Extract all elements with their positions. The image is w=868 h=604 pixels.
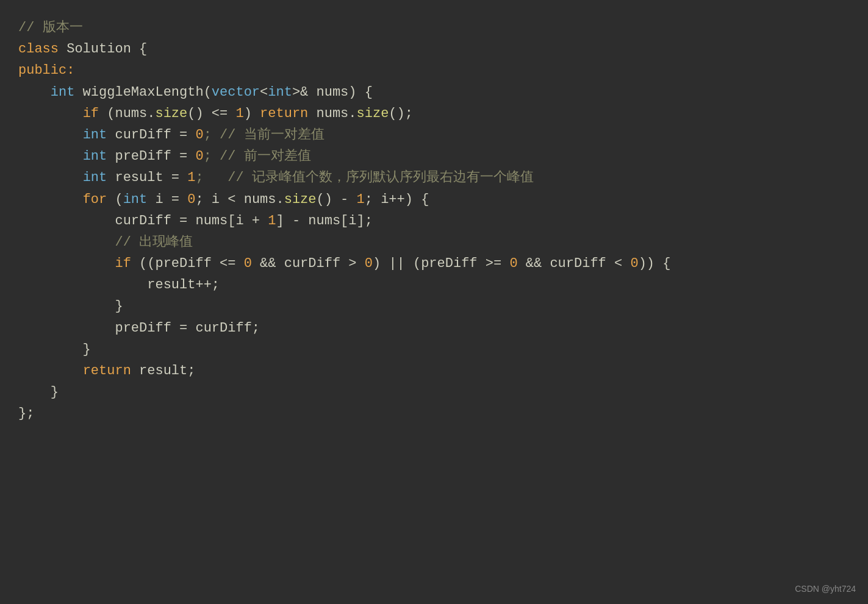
line12: if ((preDiff <= 0 && curDiff > 0) || (pr… bbox=[18, 253, 850, 274]
watermark: CSDN @yht724 bbox=[795, 582, 856, 595]
line11: // 出现峰值 bbox=[18, 232, 850, 253]
line6: int curDiff = 0; // 当前一对差值 bbox=[18, 124, 850, 146]
line4: int wiggleMaxLength(vector<int>& nums) { bbox=[18, 82, 850, 103]
line13: result++; bbox=[18, 274, 850, 296]
line7: int preDiff = 0; // 前一对差值 bbox=[18, 146, 850, 167]
line9: for (int i = 0; i < nums.size() - 1; i++… bbox=[18, 189, 850, 210]
code-block: // 版本一class Solution {public: int wiggle… bbox=[0, 0, 868, 604]
line3: public: bbox=[18, 60, 850, 81]
line14: } bbox=[18, 296, 850, 317]
line15: preDiff = curDiff; bbox=[18, 318, 850, 339]
line8: int result = 1; // 记录峰值个数，序列默认序列最右边有一个峰值 bbox=[18, 167, 850, 188]
line17: return result; bbox=[18, 360, 850, 382]
line5: if (nums.size() <= 1) return nums.size()… bbox=[18, 103, 850, 124]
line16: } bbox=[18, 339, 850, 360]
line1: // 版本一 bbox=[18, 17, 850, 38]
line18: } bbox=[18, 382, 850, 403]
line19: }; bbox=[18, 403, 850, 424]
line2: class Solution { bbox=[18, 38, 850, 60]
line10: curDiff = nums[i + 1] - nums[i]; bbox=[18, 210, 850, 232]
